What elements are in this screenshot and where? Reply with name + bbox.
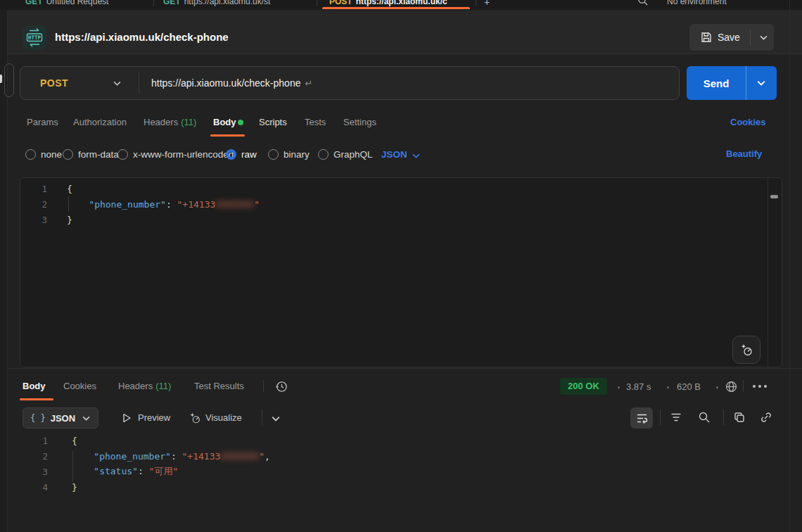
braces-icon: { } [30, 413, 46, 423]
workspace-tab-bar: GETUntitled Request GEThttps://api.xiaom… [0, 0, 802, 11]
raw-format-selector[interactable]: JSON [381, 149, 407, 160]
save-icon [701, 32, 712, 43]
divider [660, 410, 661, 425]
wrap-text-button[interactable] [630, 407, 653, 429]
method-selector[interactable]: POST [40, 67, 68, 99]
send-button[interactable]: Send [687, 66, 777, 100]
request-header-bar: HTTP https://api.xiaomu.uk/check-phone S… [0, 10, 802, 54]
tab-method-badge: GET [25, 0, 43, 6]
chevron-down-icon[interactable] [412, 153, 420, 158]
radio-raw-selected[interactable] [226, 149, 236, 160]
editor-scroll-track [768, 178, 768, 367]
history-icon[interactable] [275, 380, 288, 393]
dot-separator [618, 386, 620, 388]
radio-none[interactable] [25, 149, 36, 160]
tab-scripts[interactable]: Scripts [259, 117, 287, 127]
radio-binary[interactable] [268, 149, 279, 160]
response-time[interactable]: 3.87 s [626, 381, 651, 392]
response-tab-cookies[interactable]: Cookies [63, 381, 96, 391]
wrap-text-icon [636, 412, 648, 424]
preview-play-icon[interactable] [121, 412, 132, 424]
radio-none-label[interactable]: none [41, 149, 62, 160]
preview-button[interactable]: Preview [138, 412, 170, 423]
send-split-divider [746, 66, 746, 100]
indent-guide [72, 451, 73, 482]
request-tab-1[interactable]: GETUntitled Request [25, 0, 108, 6]
filter-icon[interactable] [670, 411, 682, 424]
tab-label: Untitled Request [46, 0, 109, 6]
response-active-tab-underline [20, 398, 53, 400]
chevron-down-icon[interactable] [760, 35, 768, 40]
chevron-down-icon[interactable] [113, 81, 121, 86]
request-tab-2[interactable]: GEThttps://api.xiaomu.uk/st [163, 0, 270, 6]
http-request-icon: HTTP [23, 25, 46, 49]
indent-guide [68, 196, 69, 212]
link-icon[interactable] [760, 411, 772, 424]
globe-icon[interactable] [725, 380, 738, 393]
request-tab-3-active[interactable]: POSThttps://api.xiaomu.uk/c [329, 0, 447, 6]
tab-authorization[interactable]: Authorization [73, 117, 127, 127]
url-bar: POST https://api.xiaomu.uk/check-phone↵ [20, 66, 680, 100]
visualize-icon[interactable] [189, 412, 201, 424]
chevron-down-icon[interactable] [757, 80, 765, 86]
save-button-label: Save [718, 32, 740, 43]
sidebar-panel-fragment [4, 63, 14, 97]
divider [262, 410, 262, 425]
copy-icon[interactable] [733, 411, 746, 424]
response-tab-body-active[interactable]: Body [23, 381, 46, 391]
radio-graphql-label[interactable]: GraphQL [333, 149, 373, 160]
beautify-link[interactable]: Beautify [726, 148, 762, 159]
request-body-editor[interactable]: 1{2 "phone_number": "+141330000000"3} [20, 177, 782, 367]
tab-method-badge: POST [329, 0, 352, 6]
tab-method-badge: GET [163, 0, 181, 6]
tab-body-active[interactable]: Body [213, 117, 236, 127]
save-button[interactable]: Save [689, 24, 774, 51]
response-tab-test-results[interactable]: Test Results [194, 381, 244, 391]
new-tab-button[interactable]: + [484, 0, 490, 8]
response-format-label: JSON [51, 413, 75, 424]
chevron-down-icon [82, 416, 90, 421]
radio-urlencoded-label[interactable]: x-www-form-urlencoded [133, 149, 234, 160]
request-title: https://api.xiaomu.uk/check-phone [55, 25, 229, 49]
divider [723, 410, 724, 425]
tab-settings[interactable]: Settings [343, 117, 376, 127]
tab-headers[interactable]: Headers(11) [144, 117, 196, 127]
active-subtab-underline [210, 134, 245, 137]
response-format-button[interactable]: { } JSON [23, 407, 98, 429]
expand-chevron-icon[interactable] [272, 416, 280, 422]
pane-divider[interactable] [0, 368, 802, 369]
tab-params[interactable]: Params [27, 117, 58, 127]
search-icon[interactable] [637, 0, 649, 6]
headers-count: (11) [181, 117, 196, 127]
sidebar-indicator [0, 75, 2, 83]
radio-graphql[interactable] [318, 149, 329, 160]
tab-tests[interactable]: Tests [305, 117, 326, 127]
editor-scrollbar-thumb[interactable] [770, 195, 778, 198]
response-tab-headers[interactable]: Headers(11) [118, 381, 171, 391]
body-modified-dot [238, 120, 243, 125]
tab-label: https://api.xiaomu.uk/c [356, 0, 447, 6]
visualize-button[interactable]: Visualize [205, 412, 242, 423]
search-icon[interactable] [698, 411, 711, 424]
radio-binary-label[interactable]: binary [284, 149, 310, 160]
environment-selector[interactable]: No environment [667, 0, 727, 6]
response-headers-count: (11) [155, 381, 171, 391]
radio-form-data[interactable] [63, 149, 73, 160]
radio-urlencoded[interactable] [117, 149, 128, 160]
response-size[interactable]: 620 B [677, 381, 701, 392]
more-actions-icon[interactable] [753, 385, 767, 388]
tab-divider [476, 0, 476, 6]
window-edge-divider [789, 0, 790, 532]
dot-separator [716, 386, 718, 388]
radio-raw-label[interactable]: raw [241, 149, 257, 160]
save-split-divider [750, 30, 751, 45]
radio-form-data-label[interactable]: form-data [78, 149, 119, 160]
request-code: 1{2 "phone_number": "+141330000000"3} [20, 181, 782, 227]
tab-label: https://api.xiaomu.uk/st [184, 0, 271, 6]
response-body-viewer[interactable]: 1{2 "phone_number": "+141330000000",3 "s… [20, 433, 779, 532]
status-badge[interactable]: 200 OK [560, 378, 607, 395]
postbot-button[interactable] [732, 336, 760, 364]
url-input[interactable]: https://api.xiaomu.uk/check-phone↵ [151, 67, 312, 99]
tab-divider [153, 0, 154, 6]
cookies-link[interactable]: Cookies [730, 117, 766, 127]
